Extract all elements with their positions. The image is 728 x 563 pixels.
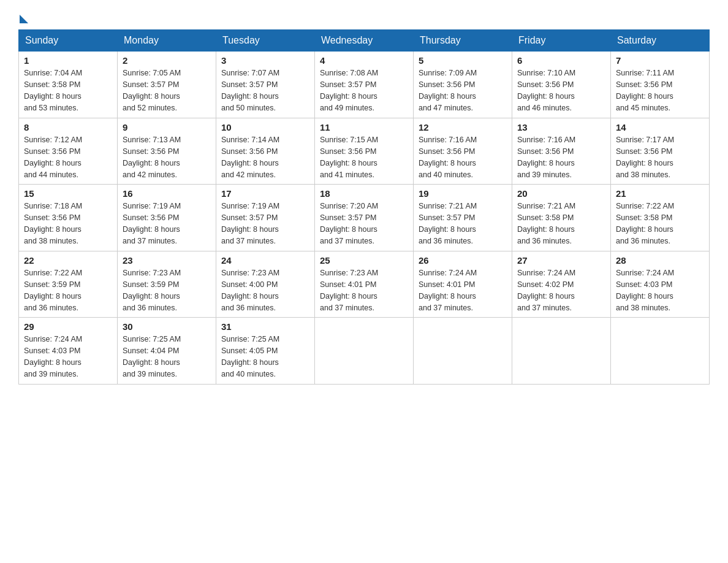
day-number: 17: [221, 188, 309, 199]
day-number: 25: [320, 255, 408, 266]
calendar-cell: 20 Sunrise: 7:21 AMSunset: 3:58 PMDaylig…: [512, 185, 611, 251]
day-number: 31: [221, 321, 309, 332]
day-number: 16: [123, 188, 211, 199]
day-number: 9: [123, 122, 211, 132]
calendar-cell: 13 Sunrise: 7:16 AMSunset: 3:56 PMDaylig…: [512, 118, 611, 185]
day-info: Sunrise: 7:16 AMSunset: 3:56 PMDaylight:…: [419, 136, 477, 179]
calendar-cell: 10 Sunrise: 7:14 AMSunset: 3:56 PMDaylig…: [216, 118, 315, 185]
day-number: 24: [221, 255, 309, 266]
day-info: Sunrise: 7:08 AMSunset: 3:57 PMDaylight:…: [320, 69, 378, 112]
day-number: 27: [517, 255, 605, 266]
day-info: Sunrise: 7:22 AMSunset: 3:59 PMDaylight:…: [24, 269, 82, 312]
calendar-cell: 23 Sunrise: 7:23 AMSunset: 3:59 PMDaylig…: [118, 251, 216, 318]
day-info: Sunrise: 7:05 AMSunset: 3:57 PMDaylight:…: [123, 69, 181, 112]
day-info: Sunrise: 7:23 AMSunset: 4:01 PMDaylight:…: [320, 269, 378, 312]
day-info: Sunrise: 7:20 AMSunset: 3:57 PMDaylight:…: [320, 202, 378, 245]
calendar-cell: 11 Sunrise: 7:15 AMSunset: 3:56 PMDaylig…: [315, 118, 414, 185]
day-header-wednesday: Wednesday: [315, 30, 414, 52]
logo: [18, 12, 28, 23]
day-number: 4: [320, 55, 408, 66]
calendar-cell: 16 Sunrise: 7:19 AMSunset: 3:56 PMDaylig…: [118, 185, 216, 251]
day-info: Sunrise: 7:24 AMSunset: 4:01 PMDaylight:…: [419, 269, 477, 312]
calendar-cell: 12 Sunrise: 7:16 AMSunset: 3:56 PMDaylig…: [414, 118, 512, 185]
day-info: Sunrise: 7:25 AMSunset: 4:05 PMDaylight:…: [221, 335, 279, 378]
day-number: 19: [419, 188, 507, 199]
day-number: 6: [517, 55, 605, 66]
day-number: 21: [616, 188, 704, 199]
day-number: 1: [24, 55, 112, 66]
calendar-cell: [315, 318, 414, 385]
day-number: 12: [419, 122, 507, 132]
day-header-saturday: Saturday: [611, 30, 710, 52]
day-info: Sunrise: 7:11 AMSunset: 3:56 PMDaylight:…: [616, 69, 674, 112]
day-number: 14: [616, 122, 704, 132]
day-info: Sunrise: 7:22 AMSunset: 3:58 PMDaylight:…: [616, 202, 674, 245]
calendar-cell: 17 Sunrise: 7:19 AMSunset: 3:57 PMDaylig…: [216, 185, 315, 251]
day-header-monday: Monday: [118, 30, 216, 52]
week-row-1: 1 Sunrise: 7:04 AMSunset: 3:58 PMDayligh…: [19, 52, 710, 118]
day-header-thursday: Thursday: [414, 30, 512, 52]
calendar-cell: 21 Sunrise: 7:22 AMSunset: 3:58 PMDaylig…: [611, 185, 710, 251]
calendar-cell: 18 Sunrise: 7:20 AMSunset: 3:57 PMDaylig…: [315, 185, 414, 251]
day-number: 29: [24, 321, 112, 332]
week-row-4: 22 Sunrise: 7:22 AMSunset: 3:59 PMDaylig…: [19, 251, 710, 318]
day-info: Sunrise: 7:13 AMSunset: 3:56 PMDaylight:…: [123, 136, 181, 179]
day-info: Sunrise: 7:14 AMSunset: 3:56 PMDaylight:…: [221, 136, 279, 179]
day-info: Sunrise: 7:24 AMSunset: 4:03 PMDaylight:…: [24, 335, 82, 378]
day-number: 22: [24, 255, 112, 266]
day-info: Sunrise: 7:18 AMSunset: 3:56 PMDaylight:…: [24, 202, 82, 245]
calendar-cell: 25 Sunrise: 7:23 AMSunset: 4:01 PMDaylig…: [315, 251, 414, 318]
calendar-cell: 5 Sunrise: 7:09 AMSunset: 3:56 PMDayligh…: [414, 52, 512, 118]
day-number: 11: [320, 122, 408, 132]
day-info: Sunrise: 7:07 AMSunset: 3:57 PMDaylight:…: [221, 69, 279, 112]
week-row-5: 29 Sunrise: 7:24 AMSunset: 4:03 PMDaylig…: [19, 318, 710, 385]
day-number: 18: [320, 188, 408, 199]
week-row-2: 8 Sunrise: 7:12 AMSunset: 3:56 PMDayligh…: [19, 118, 710, 185]
day-number: 3: [221, 55, 309, 66]
day-number: 20: [517, 188, 605, 199]
calendar-cell: 1 Sunrise: 7:04 AMSunset: 3:58 PMDayligh…: [19, 52, 118, 118]
calendar-cell: 3 Sunrise: 7:07 AMSunset: 3:57 PMDayligh…: [216, 52, 315, 118]
calendar-cell: 14 Sunrise: 7:17 AMSunset: 3:56 PMDaylig…: [611, 118, 710, 185]
day-info: Sunrise: 7:24 AMSunset: 4:02 PMDaylight:…: [517, 269, 575, 312]
day-number: 7: [616, 55, 704, 66]
week-row-3: 15 Sunrise: 7:18 AMSunset: 3:56 PMDaylig…: [19, 185, 710, 251]
day-number: 8: [24, 122, 112, 132]
calendar-cell: [414, 318, 512, 385]
day-info: Sunrise: 7:12 AMSunset: 3:56 PMDaylight:…: [24, 136, 82, 179]
calendar-cell: [611, 318, 710, 385]
calendar-cell: 19 Sunrise: 7:21 AMSunset: 3:57 PMDaylig…: [414, 185, 512, 251]
calendar-cell: 9 Sunrise: 7:13 AMSunset: 3:56 PMDayligh…: [118, 118, 216, 185]
calendar-body: 1 Sunrise: 7:04 AMSunset: 3:58 PMDayligh…: [19, 52, 710, 385]
day-info: Sunrise: 7:19 AMSunset: 3:57 PMDaylight:…: [221, 202, 279, 245]
day-number: 26: [419, 255, 507, 266]
calendar-cell: 4 Sunrise: 7:08 AMSunset: 3:57 PMDayligh…: [315, 52, 414, 118]
calendar-cell: 31 Sunrise: 7:25 AMSunset: 4:05 PMDaylig…: [216, 318, 315, 385]
calendar-table: SundayMondayTuesdayWednesdayThursdayFrid…: [18, 29, 710, 385]
day-number: 5: [419, 55, 507, 66]
days-header-row: SundayMondayTuesdayWednesdayThursdayFrid…: [19, 30, 710, 52]
calendar-cell: 24 Sunrise: 7:23 AMSunset: 4:00 PMDaylig…: [216, 251, 315, 318]
calendar-cell: 2 Sunrise: 7:05 AMSunset: 3:57 PMDayligh…: [118, 52, 216, 118]
day-number: 28: [616, 255, 704, 266]
day-info: Sunrise: 7:15 AMSunset: 3:56 PMDaylight:…: [320, 136, 378, 179]
calendar-cell: 27 Sunrise: 7:24 AMSunset: 4:02 PMDaylig…: [512, 251, 611, 318]
day-info: Sunrise: 7:24 AMSunset: 4:03 PMDaylight:…: [616, 269, 674, 312]
calendar-cell: 28 Sunrise: 7:24 AMSunset: 4:03 PMDaylig…: [611, 251, 710, 318]
calendar-cell: 6 Sunrise: 7:10 AMSunset: 3:56 PMDayligh…: [512, 52, 611, 118]
day-info: Sunrise: 7:09 AMSunset: 3:56 PMDaylight:…: [419, 69, 477, 112]
day-info: Sunrise: 7:17 AMSunset: 3:56 PMDaylight:…: [616, 136, 674, 179]
calendar-cell: 15 Sunrise: 7:18 AMSunset: 3:56 PMDaylig…: [19, 185, 118, 251]
calendar-cell: [512, 318, 611, 385]
day-number: 2: [123, 55, 211, 66]
day-number: 23: [123, 255, 211, 266]
calendar-cell: 30 Sunrise: 7:25 AMSunset: 4:04 PMDaylig…: [118, 318, 216, 385]
day-info: Sunrise: 7:19 AMSunset: 3:56 PMDaylight:…: [123, 202, 181, 245]
calendar-cell: 29 Sunrise: 7:24 AMSunset: 4:03 PMDaylig…: [19, 318, 118, 385]
calendar-cell: 26 Sunrise: 7:24 AMSunset: 4:01 PMDaylig…: [414, 251, 512, 318]
day-number: 15: [24, 188, 112, 199]
header: [18, 12, 710, 23]
day-info: Sunrise: 7:21 AMSunset: 3:57 PMDaylight:…: [419, 202, 477, 245]
day-number: 30: [123, 321, 211, 332]
day-info: Sunrise: 7:16 AMSunset: 3:56 PMDaylight:…: [517, 136, 575, 179]
